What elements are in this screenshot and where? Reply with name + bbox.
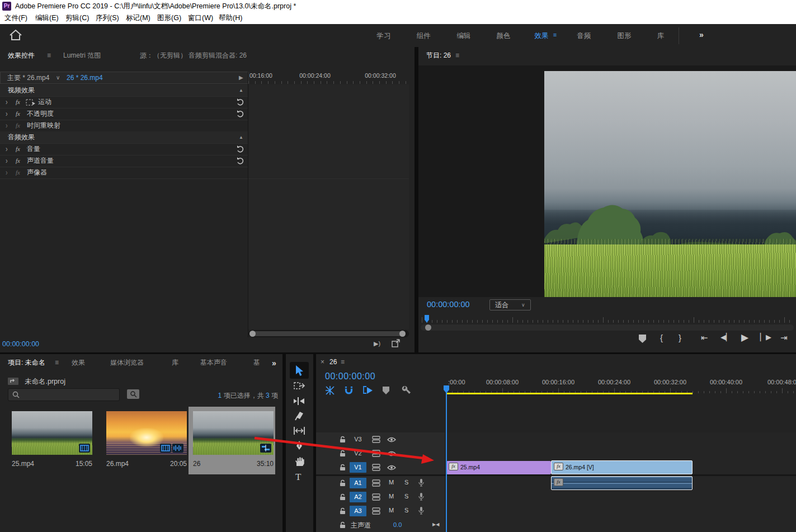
program-scroll-handle[interactable] xyxy=(425,324,431,331)
timeline-panel-menu-icon[interactable]: ≡ xyxy=(341,358,345,366)
workspace-tab-graphics[interactable]: 图形 xyxy=(618,31,632,41)
tab-sequence-26[interactable]: 26 xyxy=(329,358,337,366)
folder-up-icon[interactable] xyxy=(8,376,18,385)
clip-selector-chevron-icon[interactable]: ∨ xyxy=(56,72,60,83)
fx-icon[interactable]: fx xyxy=(16,96,20,108)
track-lane-v3[interactable] xyxy=(445,432,796,447)
master-track-label[interactable]: 主声道 xyxy=(351,521,371,530)
workspace-tab-audio[interactable]: 音频 xyxy=(577,31,591,41)
source-patch-icon[interactable] xyxy=(372,493,380,501)
ripple-edit-tool[interactable] xyxy=(293,397,305,406)
voiceover-record-mic-icon[interactable] xyxy=(418,507,424,515)
keyframe-lane[interactable] xyxy=(248,96,409,109)
lock-track-icon[interactable] xyxy=(340,450,346,457)
tab-audio-clip-mixer[interactable]: 音频剪辑混合器: 26 xyxy=(189,47,247,64)
lock-track-icon[interactable] xyxy=(340,493,346,501)
menu-clip[interactable]: 剪辑(C) xyxy=(65,12,89,24)
fit-dropdown[interactable]: 适合 ∨ xyxy=(489,299,531,310)
mark-in-icon[interactable]: { xyxy=(660,333,663,342)
mute-track-button[interactable]: M xyxy=(389,507,394,514)
play-audio-icon[interactable]: ▶) xyxy=(374,340,380,347)
source-patch-icon[interactable] xyxy=(372,450,380,457)
mute-track-button[interactable]: M xyxy=(389,479,394,486)
scrollbar-thumb[interactable] xyxy=(252,331,403,336)
step-back-icon[interactable]: ◀▏ xyxy=(720,333,732,341)
fx-icon[interactable]: fx xyxy=(16,155,20,167)
close-sequence-icon[interactable]: × xyxy=(321,358,324,366)
voiceover-record-mic-icon[interactable] xyxy=(418,493,424,501)
menu-help[interactable]: 帮助(H) xyxy=(219,12,242,24)
clip-26mp4-video-v1[interactable]: fx 26.mp4 [V] xyxy=(551,460,693,474)
razor-tool[interactable] xyxy=(294,411,304,421)
lock-track-icon[interactable] xyxy=(340,479,346,487)
hand-tool[interactable] xyxy=(294,456,304,467)
track-lane-a2[interactable] xyxy=(445,490,796,505)
program-scrollbar[interactable] xyxy=(421,324,794,331)
program-video-frame[interactable] xyxy=(544,71,796,297)
fx-icon[interactable]: fx xyxy=(16,143,20,155)
keyframe-lane[interactable] xyxy=(248,108,409,120)
clip-25mp4-v1[interactable]: fx 25.mp4 xyxy=(446,461,551,474)
selection-tool[interactable] xyxy=(290,362,309,379)
menu-file[interactable]: 文件(F) xyxy=(4,12,27,24)
track-badge-v1[interactable]: V1 xyxy=(350,462,366,473)
collapse-section-icon[interactable]: ▲ xyxy=(239,84,243,96)
effect-row-motion[interactable]: › fx 运动 xyxy=(0,96,248,109)
reset-effect-icon[interactable] xyxy=(237,110,244,117)
track-badge-v2[interactable]: V2 xyxy=(350,448,366,459)
program-timecode[interactable]: 00:00:00:00 xyxy=(427,300,470,309)
scrollbar-handle-left[interactable] xyxy=(249,331,256,337)
lock-track-icon[interactable] xyxy=(340,436,346,443)
menu-edit[interactable]: 编辑(E) xyxy=(35,12,59,24)
workspace-overflow-icon[interactable]: » xyxy=(699,30,704,39)
reset-effect-icon[interactable] xyxy=(237,157,244,164)
tab-lumetri-scopes[interactable]: Lumetri 范围 xyxy=(63,47,101,64)
source-patch-icon[interactable] xyxy=(372,507,380,515)
track-badge-a3[interactable]: A3 xyxy=(350,506,366,516)
expand-chevron-icon[interactable]: › xyxy=(6,164,8,181)
type-tool[interactable]: T xyxy=(295,472,301,483)
workspace-tab-editing[interactable]: 编辑 xyxy=(457,31,471,41)
tab-media-browser[interactable]: 媒体浏览器 xyxy=(110,354,144,371)
tab-project[interactable]: 项目: 未命名 xyxy=(8,354,45,371)
item-name[interactable]: 26.mp4 xyxy=(106,460,129,468)
breadcrumb[interactable]: 未命名.prproj xyxy=(25,377,65,387)
menu-window[interactable]: 窗口(W) xyxy=(188,12,213,24)
tab-effects[interactable]: 效果 xyxy=(72,354,85,371)
mark-out-icon[interactable]: } xyxy=(679,333,681,342)
keyframe-lane[interactable] xyxy=(248,131,409,144)
header-next-icon[interactable]: ▶ xyxy=(239,72,243,83)
pen-tool[interactable] xyxy=(295,441,304,451)
timeline-ruler[interactable]: :00:00 00:00:08:00 00:00:16:00 00:00:24:… xyxy=(316,378,796,393)
solo-track-button[interactable]: S xyxy=(404,493,408,500)
menu-graphics[interactable]: 图形(G) xyxy=(157,12,181,24)
project-item-25mp4[interactable] xyxy=(12,411,92,455)
tab-source-monitor[interactable]: 源：（无剪辑） xyxy=(140,47,187,64)
tab-libraries[interactable]: 库 xyxy=(172,354,178,371)
fx-icon-disabled[interactable]: fx xyxy=(16,120,20,131)
program-ruler[interactable] xyxy=(422,315,796,323)
fx-icon[interactable]: fx xyxy=(16,108,20,120)
keyframe-lane[interactable] xyxy=(248,143,409,156)
track-badge-a2[interactable]: A2 xyxy=(350,492,366,502)
effect-row-time-remapping[interactable]: › fx 时间重映射 xyxy=(0,120,248,132)
project-item-26mp4[interactable] xyxy=(106,411,187,455)
effect-timeline-ruler[interactable]: 00:16:00 00:00:24:00 00:00:32:00 xyxy=(248,72,415,84)
track-lane-v2[interactable] xyxy=(445,446,796,461)
video-effects-header[interactable]: 视频效果 ▲ xyxy=(0,84,248,97)
project-item-sequence-26[interactable] xyxy=(193,411,274,455)
clip-26mp4-audio-a1[interactable]: fx xyxy=(551,476,693,490)
keyframe-lane[interactable] xyxy=(248,120,409,132)
audio-effects-header[interactable]: 音频效果 ▲ xyxy=(0,131,248,144)
add-marker-icon[interactable] xyxy=(639,335,646,343)
effect-controls-timecode[interactable]: 00:00:00:00 xyxy=(2,340,39,348)
mute-track-button[interactable]: M xyxy=(389,493,394,500)
timeline-playhead-line[interactable] xyxy=(446,392,447,532)
collapse-section-icon[interactable]: ▲ xyxy=(239,131,243,143)
keyframe-lane[interactable] xyxy=(248,167,409,179)
workspace-tab-libraries[interactable]: 库 xyxy=(657,31,665,41)
toggle-track-output-eye-icon[interactable] xyxy=(387,451,396,456)
project-panel-menu-icon[interactable]: ≡ xyxy=(55,354,59,371)
toggle-track-output-eye-icon[interactable] xyxy=(387,465,396,470)
go-to-out-icon[interactable]: ⇥ xyxy=(780,333,788,343)
